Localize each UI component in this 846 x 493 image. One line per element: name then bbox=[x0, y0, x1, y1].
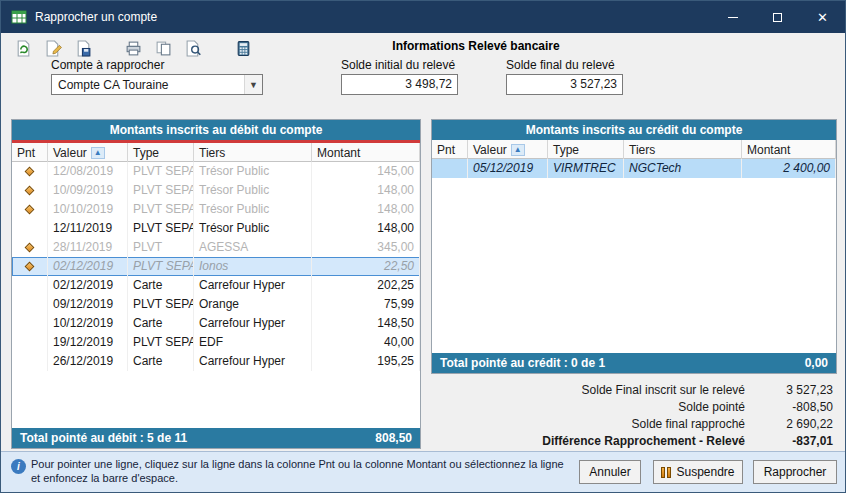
debit-total-label: Total pointé au débit : 5 de 11 bbox=[20, 431, 187, 445]
montant-cell[interactable]: 40,00 bbox=[312, 333, 420, 352]
valeur-cell: 19/12/2019 bbox=[48, 333, 128, 352]
col-type[interactable]: Type bbox=[548, 140, 624, 159]
col-tiers[interactable]: Tiers bbox=[194, 143, 312, 162]
minimize-button[interactable] bbox=[710, 1, 755, 33]
table-row[interactable]: 02/12/2019CarteCarrefour Hyper202,25 bbox=[12, 276, 420, 295]
valeur-cell: 26/12/2019 bbox=[48, 352, 128, 371]
table-row[interactable]: 10/10/2019PLVT SEPATrésor Public148,00 bbox=[12, 200, 420, 219]
montant-cell[interactable]: 145,00 bbox=[312, 162, 420, 181]
valeur-cell: 09/12/2019 bbox=[48, 295, 128, 314]
app-icon bbox=[11, 9, 27, 25]
tiers-cell: Carrefour Hyper bbox=[194, 352, 312, 371]
pnt-cell[interactable] bbox=[12, 295, 48, 314]
edit-icon bbox=[45, 40, 62, 57]
pnt-cell[interactable] bbox=[12, 352, 48, 371]
table-row[interactable]: 02/12/2019PLVT SEPAIonos22,50 bbox=[12, 257, 420, 276]
table-row[interactable]: 28/11/2019PLVTAGESSA345,00 bbox=[12, 238, 420, 257]
solde-initial-input[interactable]: 3 498,72 bbox=[341, 74, 458, 95]
col-valeur[interactable]: Valeur ▲ bbox=[468, 140, 548, 159]
close-button[interactable]: ✕ bbox=[800, 1, 845, 33]
table-row[interactable]: 05/12/2019VIRMTRECNGCTech2 400,00 bbox=[432, 159, 836, 178]
valeur-cell: 05/12/2019 bbox=[468, 159, 548, 178]
pnt-cell[interactable] bbox=[12, 181, 48, 200]
montant-cell[interactable]: 345,00 bbox=[312, 238, 420, 257]
montant-cell[interactable]: 202,25 bbox=[312, 276, 420, 295]
montant-cell[interactable]: 195,25 bbox=[312, 352, 420, 371]
calculator-button[interactable] bbox=[231, 37, 255, 59]
save-button[interactable] bbox=[71, 37, 95, 59]
toolbar bbox=[11, 37, 255, 59]
copy-button[interactable] bbox=[151, 37, 175, 59]
preview-button[interactable] bbox=[181, 37, 205, 59]
table-row[interactable]: 10/09/2019PLVT SEPATrésor Public148,00 bbox=[12, 181, 420, 200]
maximize-button[interactable] bbox=[755, 1, 800, 33]
debit-total-value: 808,50 bbox=[375, 431, 412, 445]
col-pnt[interactable]: Pnt bbox=[432, 140, 468, 159]
credit-total-bar: Total pointé au crédit : 0 de 1 0,00 bbox=[432, 353, 836, 373]
montant-cell[interactable]: 148,00 bbox=[312, 181, 420, 200]
solde-final-label: Solde final du relevé bbox=[506, 58, 615, 72]
type-cell: PLVT bbox=[128, 238, 194, 257]
pnt-cell[interactable] bbox=[12, 333, 48, 352]
summary-value: -808,50 bbox=[759, 400, 837, 414]
copy-icon bbox=[155, 40, 172, 57]
pnt-cell[interactable] bbox=[12, 276, 48, 295]
col-pnt[interactable]: Pnt bbox=[12, 143, 48, 162]
valeur-cell: 12/11/2019 bbox=[48, 219, 128, 238]
window-title: Rapprocher un compte bbox=[35, 10, 157, 24]
account-select[interactable]: Compte CA Touraine ▼ bbox=[51, 74, 263, 95]
credit-table-body: 05/12/2019VIRMTRECNGCTech2 400,00 bbox=[432, 159, 836, 178]
type-cell: PLVT SEPA bbox=[128, 295, 194, 314]
credit-panel: Montants inscrits au crédit du compte Pn… bbox=[431, 119, 837, 374]
montant-cell[interactable]: 148,00 bbox=[312, 200, 420, 219]
preview-icon bbox=[185, 40, 202, 57]
table-row[interactable]: 19/12/2019PLVT SEPAEDF40,00 bbox=[12, 333, 420, 352]
summary-label: Solde final rapproché bbox=[431, 417, 759, 431]
valeur-cell: 02/12/2019 bbox=[48, 276, 128, 295]
col-tiers[interactable]: Tiers bbox=[624, 140, 742, 159]
table-row[interactable]: 12/08/2019PLVT SEPATrésor Public145,00 bbox=[12, 162, 420, 181]
col-montant[interactable]: Montant bbox=[312, 143, 420, 162]
montant-cell[interactable]: 148,50 bbox=[312, 314, 420, 333]
montant-cell[interactable]: 2 400,00 bbox=[742, 159, 836, 178]
montant-cell[interactable]: 22,50 bbox=[312, 257, 420, 276]
table-row[interactable]: 10/12/2019CarteCarrefour Hyper148,50 bbox=[12, 314, 420, 333]
pnt-cell[interactable] bbox=[12, 238, 48, 257]
tiers-cell: Orange bbox=[194, 295, 312, 314]
table-row[interactable]: 09/12/2019PLVT SEPAOrange75,99 bbox=[12, 295, 420, 314]
edit-button[interactable] bbox=[41, 37, 65, 59]
validate-button[interactable] bbox=[11, 37, 35, 59]
annuler-button[interactable]: Annuler bbox=[579, 460, 641, 484]
save-icon bbox=[75, 40, 92, 57]
solde-initial-label: Solde initial du relevé bbox=[341, 58, 455, 72]
suspendre-button[interactable]: Suspendre bbox=[653, 460, 743, 484]
credit-total-value: 0,00 bbox=[805, 356, 828, 370]
pnt-cell[interactable] bbox=[12, 200, 48, 219]
tiers-cell: NGCTech bbox=[624, 159, 742, 178]
col-montant[interactable]: Montant bbox=[742, 140, 836, 159]
credit-total-label: Total pointé au crédit : 0 de 1 bbox=[440, 356, 605, 370]
montant-cell[interactable]: 148,00 bbox=[312, 219, 420, 238]
pnt-cell[interactable] bbox=[432, 159, 468, 178]
summary-value: 3 527,23 bbox=[759, 383, 837, 397]
status-bar: i Pour pointer une ligne, cliquez sur la… bbox=[1, 451, 845, 492]
valeur-cell: 10/09/2019 bbox=[48, 181, 128, 200]
type-cell: PLVT SEPA bbox=[128, 257, 194, 276]
solde-final-input[interactable]: 3 527,23 bbox=[506, 74, 623, 95]
col-type[interactable]: Type bbox=[128, 143, 194, 162]
pnt-cell[interactable] bbox=[12, 219, 48, 238]
suspend-icon bbox=[661, 467, 671, 478]
montant-cell[interactable]: 75,99 bbox=[312, 295, 420, 314]
pnt-cell[interactable] bbox=[12, 314, 48, 333]
summary-value: -837,01 bbox=[759, 434, 837, 448]
rapprocher-button[interactable]: Rapprocher bbox=[753, 460, 837, 484]
type-cell: Carte bbox=[128, 276, 194, 295]
table-row[interactable]: 26/12/2019CarteCarrefour Hyper195,25 bbox=[12, 352, 420, 371]
pnt-cell[interactable] bbox=[12, 257, 48, 276]
debit-table-header: Pnt Valeur ▲ Type Tiers Montant bbox=[12, 143, 420, 162]
col-valeur[interactable]: Valeur ▲ bbox=[48, 143, 128, 162]
table-row[interactable]: 12/11/2019PLVT SEPATrésor Public148,00 bbox=[12, 219, 420, 238]
pnt-cell[interactable] bbox=[12, 162, 48, 181]
summary-line: Solde final rapproché2 690,22 bbox=[431, 415, 837, 432]
print-button[interactable] bbox=[121, 37, 145, 59]
